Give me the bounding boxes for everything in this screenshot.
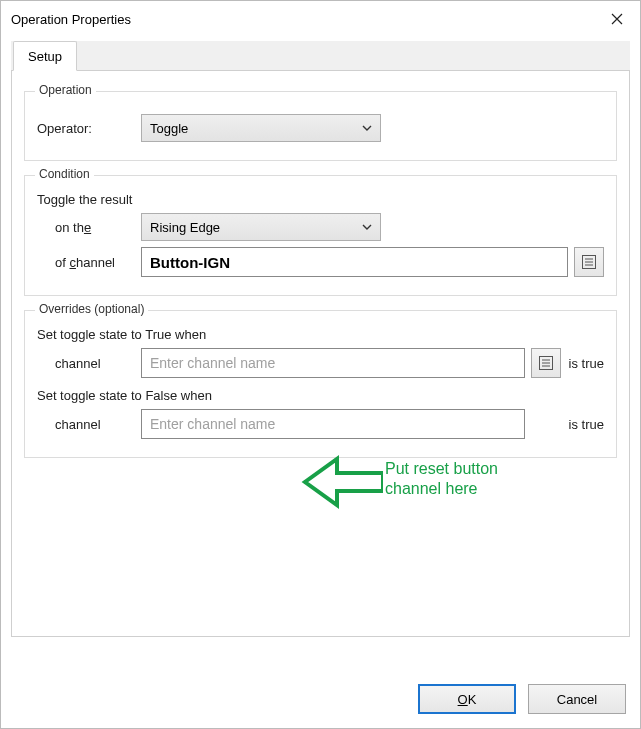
operator-label: Operator:	[37, 121, 141, 136]
override-true-placeholder: Enter channel name	[150, 355, 275, 371]
override-true-channel-label: channel	[37, 356, 141, 371]
override-false-channel-input[interactable]: Enter channel name	[141, 409, 525, 439]
group-condition: Condition Toggle the result on the Risin…	[24, 175, 617, 296]
list-icon	[538, 355, 554, 371]
edge-select[interactable]: Rising Edge	[141, 213, 381, 241]
of-channel-value: Button-IGN	[150, 254, 230, 271]
override-false-channel-label: channel	[37, 417, 141, 432]
group-overrides: Overrides (optional) Set toggle state to…	[24, 310, 617, 458]
tab-setup[interactable]: Setup	[13, 41, 77, 71]
cancel-button-label: Cancel	[557, 692, 597, 707]
chevron-down-icon	[362, 121, 372, 136]
channel-picker-button[interactable]	[574, 247, 604, 277]
group-operation: Operation Operator: Toggle	[24, 91, 617, 161]
dialog-buttons: OK Cancel	[418, 684, 626, 714]
tab-strip: Setup	[11, 41, 630, 71]
close-icon	[611, 13, 623, 25]
ok-button[interactable]: OK	[418, 684, 516, 714]
ok-button-label: OK	[458, 692, 477, 707]
override-true-suffix: is true	[569, 356, 604, 371]
group-overrides-legend: Overrides (optional)	[35, 302, 148, 316]
override-true-header: Set toggle state to True when	[37, 327, 604, 342]
override-false-placeholder: Enter channel name	[150, 416, 275, 432]
tab-page-setup: Operation Operator: Toggle Condition Tog…	[11, 71, 630, 637]
edge-select-value: Rising Edge	[150, 220, 220, 235]
cancel-button[interactable]: Cancel	[528, 684, 626, 714]
of-channel-input[interactable]: Button-IGN	[141, 247, 568, 277]
operator-select-value: Toggle	[150, 121, 188, 136]
override-true-channel-input[interactable]: Enter channel name	[141, 348, 525, 378]
list-icon	[581, 254, 597, 270]
on-the-label: on the	[37, 220, 141, 235]
chevron-down-icon	[362, 220, 372, 235]
override-false-header: Set toggle state to False when	[37, 388, 604, 403]
of-channel-label: of channel	[37, 255, 141, 270]
override-true-picker-button[interactable]	[531, 348, 561, 378]
condition-header: Toggle the result	[37, 192, 604, 207]
operator-select[interactable]: Toggle	[141, 114, 381, 142]
window-title: Operation Properties	[11, 12, 594, 27]
group-operation-legend: Operation	[35, 83, 96, 97]
group-condition-legend: Condition	[35, 167, 94, 181]
titlebar: Operation Properties	[1, 1, 640, 37]
close-button[interactable]	[594, 1, 640, 37]
tab-setup-label: Setup	[28, 49, 62, 64]
override-false-suffix: is true	[569, 417, 604, 432]
